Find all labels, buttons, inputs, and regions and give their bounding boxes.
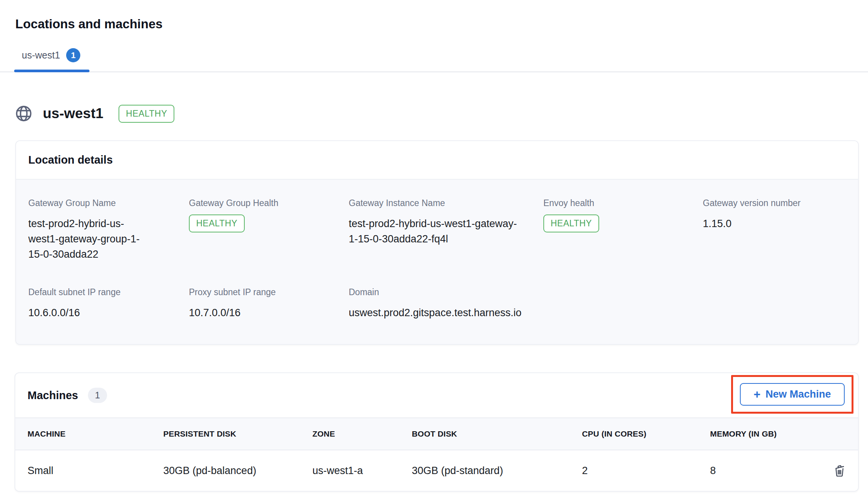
field-domain: Domain uswest.prod2.gitspace.test.harnes… bbox=[349, 287, 543, 320]
details-row-1: Gateway Group Name test-prod2-hybrid-us-… bbox=[28, 198, 846, 262]
field-label: Gateway Group Name bbox=[28, 198, 189, 208]
machines-title: Machines bbox=[28, 389, 78, 402]
location-tabbar: us-west1 1 bbox=[0, 48, 868, 72]
trash-icon bbox=[832, 464, 846, 478]
field-value: test-prod2-hybrid-us-west1-gateway-1-15-… bbox=[349, 216, 519, 247]
plus-icon: + bbox=[754, 388, 761, 400]
gateway-group-health-badge: HEALTHY bbox=[189, 214, 245, 232]
cell-cpu: 2 bbox=[582, 465, 710, 477]
field-gateway-instance-name: Gateway Instance Name test-prod2-hybrid-… bbox=[349, 198, 543, 262]
field-label: Domain bbox=[349, 287, 543, 297]
field-value: 1.15.0 bbox=[703, 216, 846, 231]
details-row-2: Default subnet IP range 10.6.0.0/16 Prox… bbox=[28, 287, 846, 320]
field-default-subnet: Default subnet IP range 10.6.0.0/16 bbox=[28, 287, 189, 320]
tab-label: us-west1 bbox=[22, 50, 60, 61]
col-boot-disk: BOOT DISK bbox=[412, 429, 582, 439]
field-label: Envoy health bbox=[543, 198, 703, 208]
new-machine-label: New Machine bbox=[766, 388, 831, 400]
field-value: test-prod2-hybrid-us-west1-gateway-group… bbox=[28, 216, 150, 262]
col-persistent-disk: PERSISTENT DISK bbox=[163, 429, 312, 439]
tab-count-badge: 1 bbox=[66, 48, 80, 62]
machines-count-badge: 1 bbox=[88, 388, 107, 403]
annotation-highlight-box: + New Machine bbox=[731, 375, 853, 414]
page-title: Locations and machines bbox=[15, 17, 868, 31]
col-memory: MEMORY (IN GB) bbox=[710, 429, 832, 439]
cell-zone: us-west1-a bbox=[312, 465, 412, 477]
col-cpu: CPU (IN CORES) bbox=[582, 429, 710, 439]
machines-table-header: MACHINE PERSISTENT DISK ZONE BOOT DISK C… bbox=[15, 417, 858, 450]
machines-card: Machines 1 + New Machine MACHINE PERSIST… bbox=[15, 372, 859, 492]
field-value: 10.7.0.0/16 bbox=[189, 305, 349, 320]
delete-machine-button[interactable] bbox=[832, 464, 848, 478]
tab-us-west1[interactable]: us-west1 1 bbox=[14, 48, 89, 71]
col-zone: ZONE bbox=[312, 429, 412, 439]
field-label: Gateway version number bbox=[703, 198, 846, 208]
machine-row: Small 30GB (pd-balanced) us-west1-a 30GB… bbox=[15, 450, 858, 491]
field-label: Gateway Instance Name bbox=[349, 198, 543, 208]
cell-boot-disk: 30GB (pd-standard) bbox=[412, 465, 582, 477]
field-proxy-subnet: Proxy subnet IP range 10.7.0.0/16 bbox=[189, 287, 349, 320]
field-gateway-group-health: Gateway Group Health HEALTHY bbox=[189, 198, 349, 262]
new-machine-button[interactable]: + New Machine bbox=[740, 383, 845, 406]
cell-persistent-disk: 30GB (pd-balanced) bbox=[163, 465, 312, 477]
field-label: Gateway Group Health bbox=[189, 198, 349, 208]
field-gateway-version: Gateway version number 1.15.0 bbox=[703, 198, 846, 262]
field-gateway-group-name: Gateway Group Name test-prod2-hybrid-us-… bbox=[28, 198, 189, 262]
envoy-health-badge: HEALTHY bbox=[543, 214, 599, 232]
cell-memory: 8 bbox=[710, 465, 832, 477]
globe-icon bbox=[15, 104, 33, 123]
location-details-header: Location details bbox=[16, 141, 858, 179]
location-name: us-west1 bbox=[43, 106, 103, 122]
location-details-card: Location details Gateway Group Name test… bbox=[15, 140, 859, 345]
location-header: us-west1 HEALTHY bbox=[15, 104, 868, 123]
field-value: 10.6.0.0/16 bbox=[28, 305, 189, 320]
machines-header: Machines 1 + New Machine bbox=[15, 373, 858, 417]
location-status-badge: HEALTHY bbox=[119, 105, 174, 123]
col-machine: MACHINE bbox=[28, 429, 163, 439]
field-label: Proxy subnet IP range bbox=[189, 287, 349, 297]
field-envoy-health: Envoy health HEALTHY bbox=[543, 198, 703, 262]
field-label: Default subnet IP range bbox=[28, 287, 189, 297]
location-details-body: Gateway Group Name test-prod2-hybrid-us-… bbox=[16, 179, 858, 344]
location-details-title: Location details bbox=[28, 154, 846, 166]
cell-machine: Small bbox=[28, 465, 163, 477]
field-value: uswest.prod2.gitspace.test.harness.io bbox=[349, 305, 543, 320]
